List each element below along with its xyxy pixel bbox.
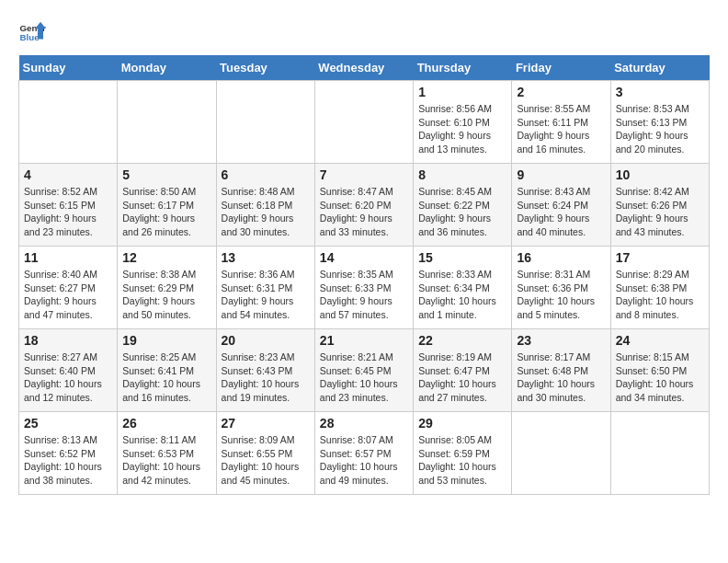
week-row-5: 25Sunrise: 8:13 AMSunset: 6:52 PMDayligh… [19, 412, 710, 495]
calendar-cell: 2Sunrise: 8:55 AMSunset: 6:11 PMDaylight… [512, 81, 610, 164]
calendar-cell: 16Sunrise: 8:31 AMSunset: 6:36 PMDayligh… [512, 247, 610, 329]
day-info: Sunrise: 8:15 AMSunset: 6:50 PMDaylight:… [616, 350, 704, 405]
day-info: Sunrise: 8:13 AMSunset: 6:52 PMDaylight:… [24, 433, 112, 488]
calendar-cell [512, 412, 610, 495]
calendar-cell: 13Sunrise: 8:36 AMSunset: 6:31 PMDayligh… [216, 247, 314, 329]
calendar-cell: 28Sunrise: 8:07 AMSunset: 6:57 PMDayligh… [314, 412, 413, 495]
day-number: 15 [418, 250, 506, 265]
day-number: 14 [320, 250, 408, 265]
day-number: 6 [222, 167, 310, 182]
day-info: Sunrise: 8:29 AMSunset: 6:38 PMDaylight:… [616, 268, 704, 322]
day-info: Sunrise: 8:35 AMSunset: 6:33 PMDaylight:… [320, 268, 408, 322]
calendar-cell: 8Sunrise: 8:45 AMSunset: 6:22 PMDaylight… [414, 164, 512, 247]
day-number: 26 [122, 416, 210, 431]
calendar-cell: 10Sunrise: 8:42 AMSunset: 6:26 PMDayligh… [610, 164, 709, 247]
day-info: Sunrise: 8:07 AMSunset: 6:57 PMDaylight:… [320, 433, 408, 488]
weekday-header-sunday: Sunday [19, 55, 118, 81]
day-number: 27 [222, 416, 310, 431]
week-row-1: 1Sunrise: 8:56 AMSunset: 6:10 PMDaylight… [19, 81, 710, 164]
day-number: 20 [222, 333, 310, 348]
week-row-3: 11Sunrise: 8:40 AMSunset: 6:27 PMDayligh… [19, 247, 710, 329]
calendar-cell [314, 81, 413, 164]
calendar-cell [610, 412, 709, 495]
day-number: 28 [320, 416, 408, 431]
day-number: 23 [517, 333, 605, 348]
calendar-cell: 27Sunrise: 8:09 AMSunset: 6:55 PMDayligh… [216, 412, 314, 495]
weekday-header-thursday: Thursday [414, 55, 512, 81]
svg-text:Blue: Blue [20, 32, 40, 42]
day-info: Sunrise: 8:52 AMSunset: 6:15 PMDaylight:… [24, 185, 112, 239]
day-info: Sunrise: 8:40 AMSunset: 6:27 PMDaylight:… [24, 268, 112, 322]
weekday-header-tuesday: Tuesday [216, 55, 314, 81]
day-info: Sunrise: 8:50 AMSunset: 6:17 PMDaylight:… [122, 185, 210, 239]
calendar-cell: 9Sunrise: 8:43 AMSunset: 6:24 PMDaylight… [512, 164, 610, 247]
day-info: Sunrise: 8:05 AMSunset: 6:59 PMDaylight:… [418, 433, 506, 488]
day-info: Sunrise: 8:43 AMSunset: 6:24 PMDaylight:… [517, 185, 605, 239]
day-number: 18 [24, 333, 112, 348]
day-info: Sunrise: 8:17 AMSunset: 6:48 PMDaylight:… [517, 350, 605, 405]
day-info: Sunrise: 8:36 AMSunset: 6:31 PMDaylight:… [222, 268, 310, 322]
day-info: Sunrise: 8:19 AMSunset: 6:47 PMDaylight:… [418, 350, 506, 405]
calendar-cell: 5Sunrise: 8:50 AMSunset: 6:17 PMDaylight… [118, 164, 216, 247]
day-number: 9 [517, 167, 605, 182]
week-row-2: 4Sunrise: 8:52 AMSunset: 6:15 PMDaylight… [19, 164, 710, 247]
calendar-cell [216, 81, 314, 164]
logo-icon: General Blue [18, 18, 46, 46]
calendar-cell: 24Sunrise: 8:15 AMSunset: 6:50 PMDayligh… [610, 329, 709, 412]
day-number: 25 [24, 416, 112, 431]
day-info: Sunrise: 8:42 AMSunset: 6:26 PMDaylight:… [616, 185, 704, 239]
calendar-cell [19, 81, 118, 164]
day-number: 16 [517, 250, 605, 265]
day-number: 22 [418, 333, 506, 348]
day-info: Sunrise: 8:21 AMSunset: 6:45 PMDaylight:… [320, 350, 408, 405]
calendar-cell: 14Sunrise: 8:35 AMSunset: 6:33 PMDayligh… [314, 247, 413, 329]
weekday-header-saturday: Saturday [610, 55, 709, 81]
calendar-table: SundayMondayTuesdayWednesdayThursdayFrid… [18, 55, 710, 495]
calendar-cell: 25Sunrise: 8:13 AMSunset: 6:52 PMDayligh… [19, 412, 118, 495]
day-number: 8 [418, 167, 506, 182]
day-info: Sunrise: 8:11 AMSunset: 6:53 PMDaylight:… [122, 433, 210, 488]
calendar-cell: 18Sunrise: 8:27 AMSunset: 6:40 PMDayligh… [19, 329, 118, 412]
calendar-cell: 20Sunrise: 8:23 AMSunset: 6:43 PMDayligh… [216, 329, 314, 412]
day-info: Sunrise: 8:33 AMSunset: 6:34 PMDaylight:… [418, 268, 506, 322]
day-info: Sunrise: 8:45 AMSunset: 6:22 PMDaylight:… [418, 185, 506, 239]
weekday-header-friday: Friday [512, 55, 610, 81]
day-info: Sunrise: 8:23 AMSunset: 6:43 PMDaylight:… [222, 350, 310, 405]
day-info: Sunrise: 8:47 AMSunset: 6:20 PMDaylight:… [320, 185, 408, 239]
day-info: Sunrise: 8:31 AMSunset: 6:36 PMDaylight:… [517, 268, 605, 322]
day-info: Sunrise: 8:48 AMSunset: 6:18 PMDaylight:… [222, 185, 310, 239]
day-info: Sunrise: 8:25 AMSunset: 6:41 PMDaylight:… [122, 350, 210, 405]
day-info: Sunrise: 8:56 AMSunset: 6:10 PMDaylight:… [418, 102, 506, 156]
day-number: 3 [616, 85, 704, 99]
calendar-cell: 12Sunrise: 8:38 AMSunset: 6:29 PMDayligh… [118, 247, 216, 329]
day-number: 13 [222, 250, 310, 265]
calendar-cell: 29Sunrise: 8:05 AMSunset: 6:59 PMDayligh… [414, 412, 512, 495]
calendar-cell [118, 81, 216, 164]
day-number: 7 [320, 167, 408, 182]
logo: General Blue [18, 18, 46, 46]
day-number: 1 [418, 85, 506, 99]
day-number: 11 [24, 250, 112, 265]
calendar-cell: 11Sunrise: 8:40 AMSunset: 6:27 PMDayligh… [19, 247, 118, 329]
day-info: Sunrise: 8:27 AMSunset: 6:40 PMDaylight:… [24, 350, 112, 405]
day-number: 29 [418, 416, 506, 431]
day-number: 5 [122, 167, 210, 182]
calendar-cell: 19Sunrise: 8:25 AMSunset: 6:41 PMDayligh… [118, 329, 216, 412]
calendar-cell: 4Sunrise: 8:52 AMSunset: 6:15 PMDaylight… [19, 164, 118, 247]
calendar-cell: 6Sunrise: 8:48 AMSunset: 6:18 PMDaylight… [216, 164, 314, 247]
weekday-header-wednesday: Wednesday [314, 55, 413, 81]
day-number: 24 [616, 333, 704, 348]
page-header: General Blue [18, 18, 710, 46]
calendar-cell: 23Sunrise: 8:17 AMSunset: 6:48 PMDayligh… [512, 329, 610, 412]
day-info: Sunrise: 8:55 AMSunset: 6:11 PMDaylight:… [517, 102, 605, 156]
day-number: 4 [24, 167, 112, 182]
calendar-cell: 3Sunrise: 8:53 AMSunset: 6:13 PMDaylight… [610, 81, 709, 164]
day-info: Sunrise: 8:09 AMSunset: 6:55 PMDaylight:… [222, 433, 310, 488]
calendar-cell: 22Sunrise: 8:19 AMSunset: 6:47 PMDayligh… [414, 329, 512, 412]
weekday-header-row: SundayMondayTuesdayWednesdayThursdayFrid… [19, 55, 710, 81]
calendar-cell: 17Sunrise: 8:29 AMSunset: 6:38 PMDayligh… [610, 247, 709, 329]
day-number: 10 [616, 167, 704, 182]
day-number: 21 [320, 333, 408, 348]
week-row-4: 18Sunrise: 8:27 AMSunset: 6:40 PMDayligh… [19, 329, 710, 412]
calendar-cell: 1Sunrise: 8:56 AMSunset: 6:10 PMDaylight… [414, 81, 512, 164]
